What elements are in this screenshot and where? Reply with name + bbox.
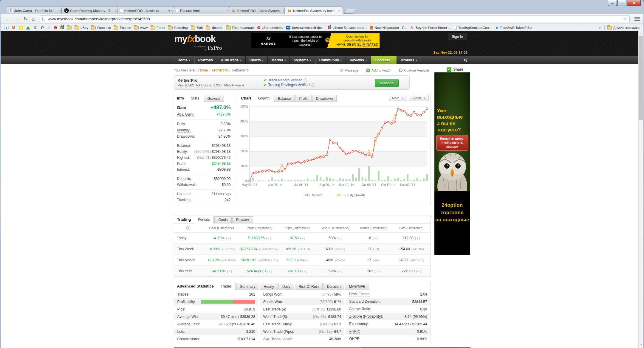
tab-maemfe[interactable]: MAE/MFE [345,283,369,290]
nav-item-reviews[interactable]: Reviews▾ [346,56,371,64]
nav-item-systems[interactable]: Systems▾ [290,56,315,64]
reload-button[interactable]: ↻ [24,17,27,21]
myfxbook-logo[interactable]: myfxbook [174,34,216,44]
window-maximize-button[interactable]: ▫ [617,0,626,6]
bookmark-paypal[interactable]: P [39,25,46,31]
new-tab-button[interactable] [344,9,357,14]
breadcrumb-link[interactable]: Home [198,68,208,72]
bookmark-star-icon[interactable]: ☆ [623,16,627,22]
nav-item-contests[interactable]: Contests▾ [371,56,397,64]
tab-riskofruin[interactable]: Risk Of Ruin [295,283,323,290]
menu-button[interactable] [634,17,640,21]
message-action[interactable]: ✉Message [340,68,358,72]
bookmark-item[interactable]: RuКомпьютерный фо... [285,25,326,31]
tab-close-icon[interactable]: × [338,9,340,13]
share-button[interactable]: < Share [447,67,463,72]
ad-cta-button[interactable]: Нажмите здесь,чтобы начатьсейчас! [436,135,468,151]
nav-item-autotrade[interactable]: AutoTrade▾ [217,56,245,64]
bookmark-item[interactable]: eBay [73,25,90,31]
tab-growth[interactable]: Growth [254,95,273,102]
forward-button[interactable]: → [15,17,19,21]
help-icon[interactable]: ? [186,226,190,230]
tab-browser[interactable]: Browser [232,216,253,223]
sign-in-button[interactable]: Sign In [448,33,467,40]
tab-balance[interactable]: Balance [274,95,295,102]
bookmark-bag[interactable] [59,25,66,31]
exness-ad-banner[interactable]: fx exness It just became easier to reach… [251,33,380,48]
bookmark-item[interactable]: ⚙/Screenshots/ [255,25,285,31]
nav-search-button[interactable] [461,57,470,63]
window-minimize-button[interactable]: — [608,0,617,6]
tab-summary[interactable]: Summary [236,283,259,290]
breadcrumb-link[interactable]: keltnerpro [212,68,227,72]
page-scrollbar[interactable]: ▲ ▼ [638,31,643,348]
tab-drawdown[interactable]: Drawdown [312,95,337,102]
scrollbar-thumb[interactable] [639,36,643,120]
bookmark-item[interactable]: Forex [149,25,167,31]
more-dropdown[interactable]: More▼ [389,95,407,101]
add-action[interactable]: +Add to watch [366,69,391,72]
tab-close-icon[interactable]: × [59,9,61,13]
bookmark-item[interactable]: Дизайн [204,25,225,31]
nav-item-community[interactable]: Community▾ [315,56,346,64]
browser-tab[interactable]: fxKeltnerPRO - Jared System× [229,7,287,14]
bookmark-item[interactable]: TradingSeminarCou... [452,25,493,31]
nav-item-home[interactable]: Home▾ [174,56,194,64]
bookmark-item[interactable]: New Ninjatrader - P... [369,25,408,31]
nav-item-brokers[interactable]: Brokers▾ [397,56,421,64]
bookmark-gear[interactable]: ⚙ [52,25,59,31]
tab-goals[interactable]: Goals [214,216,231,223]
tab-daily[interactable]: Daily [278,283,294,290]
bookmark-gmail[interactable]: M [10,25,17,31]
browser-tab[interactable]: KeltnerPRO - A twist to× [117,7,176,14]
help-icon[interactable]: ? [311,83,315,87]
tab-periods[interactable]: Periods [194,216,214,223]
other-bookmarks-button[interactable]: Другие закладки [606,25,641,31]
browser-tab[interactable]: GChart Reading Mastery - T× [61,7,120,14]
home-button[interactable]: ⌂ [32,17,35,21]
analysis-action[interactable]: Custom Analysis [399,69,429,72]
scroll-down-arrow[interactable]: ▼ [639,343,643,348]
window-close-button[interactable]: ✕ [627,0,641,6]
tab-stats[interactable]: Stats [187,95,203,102]
tab-close-icon[interactable]: × [115,9,117,13]
bookmark-bulb[interactable] [17,25,24,31]
news-headline[interactable]: Bank of America hires U.S. officials for… [262,347,361,348]
bookmarks-overflow-chevron[interactable]: » [596,25,603,30]
ticker-expand-chevron[interactable]: ∨ [463,347,470,348]
bookmark-item[interactable]: fxBuy the Forex Smart ... [408,25,452,31]
export-dropdown[interactable]: Export▼ [409,95,429,101]
tab-trades[interactable]: Trades [217,283,236,290]
bookmark-drive[interactable] [24,25,32,31]
nav-item-market[interactable]: Market▾ [268,56,290,64]
discuss-button[interactable]: Discuss [375,79,399,87]
tab-close-icon[interactable]: × [171,9,173,13]
broker-link[interactable]: FX Choice [196,83,211,87]
tab-close-icon[interactable]: × [282,9,284,13]
tab-close-icon[interactable]: × [226,9,229,13]
nav-item-charts[interactable]: Charts▾ [246,56,268,64]
bookmark-item[interactable]: Разное [112,25,133,31]
bookmark-item[interactable]: Soft [189,25,204,31]
tab-general[interactable]: General [204,95,224,102]
bookmark-item[interactable]: Главные [90,25,112,31]
help-icon[interactable]: ? [304,78,307,82]
tab-duration[interactable]: Duration [323,283,344,290]
back-button[interactable]: ← [6,17,10,21]
nav-item-portfolio[interactable]: Portfolio [194,56,217,64]
bookmark-item[interactable]: Cracking [167,25,189,31]
address-bar[interactable]: www.myfxbook.com/members/keltnerpro/kelt… [40,15,630,22]
bookmark-item[interactable]: ◆PlanSwift Takeoff So... [493,25,536,31]
bookmark-item[interactable]: Праноедение [225,25,255,31]
scroll-up-arrow[interactable]: ▲ [639,31,643,36]
tab-profit[interactable]: Profit [295,95,312,102]
bookmark-item[interactable] [66,25,73,31]
bookmark-google[interactable]: 8 [3,25,10,31]
bookmark-item[interactable]: iphone 5s case batte... [326,25,369,31]
bookmark-misc[interactable] [46,25,52,31]
tab-hourly[interactable]: Hourly [260,283,278,290]
browser-tab[interactable]: 8John Carter - Portfolio Ma× [6,7,64,14]
bookmark-item[interactable]: www [133,25,149,31]
fxpro-ticker-logo[interactable]: FxPro [438,347,463,348]
bookmark-translate[interactable]: 文 [32,25,39,31]
